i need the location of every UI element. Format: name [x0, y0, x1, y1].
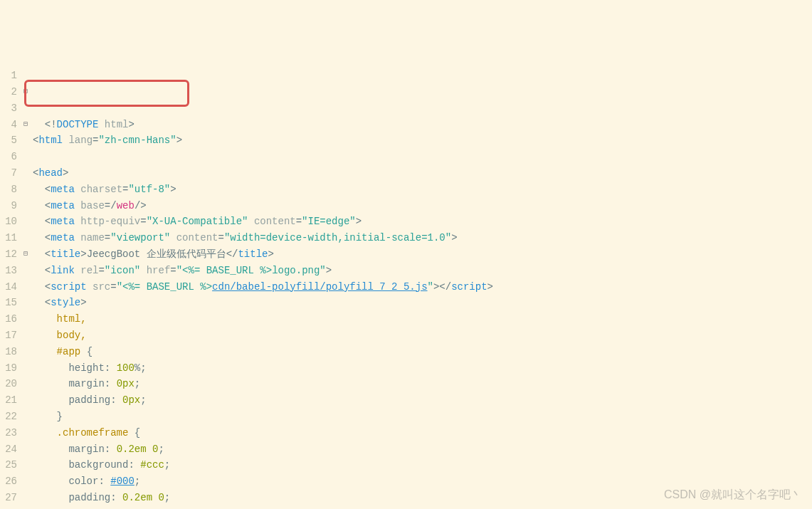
line-number: 2	[0, 84, 17, 100]
code-line[interactable]: <meta base=/web/>	[33, 198, 812, 214]
code-line[interactable]: body,	[33, 327, 812, 344]
line-number: 16	[0, 311, 17, 327]
line-number: 11	[0, 230, 17, 246]
line-number: 28	[0, 506, 17, 509]
line-number: 21	[0, 392, 17, 409]
line-number: 9	[0, 198, 17, 214]
code-line[interactable]: }	[33, 506, 812, 509]
line-number: 8	[0, 182, 17, 198]
line-number: 24	[0, 441, 17, 458]
line-number: 6	[0, 149, 17, 165]
line-number: 18	[0, 344, 17, 360]
code-line[interactable]: <html lang="zh-cmn-Hans">	[33, 132, 812, 149]
line-number: 7	[0, 165, 17, 182]
code-line[interactable]: .chromeframe {	[33, 425, 812, 441]
line-number: 1	[0, 68, 17, 84]
fold-column: ⊟⊟⊟	[21, 65, 30, 509]
line-number-gutter: 1234567891011121314151617181920212223242…	[0, 65, 21, 509]
code-line[interactable]: html,	[33, 311, 812, 327]
code-editor: 1234567891011121314151617181920212223242…	[0, 65, 812, 509]
fold-toggle-icon[interactable]: ⊟	[21, 117, 30, 133]
code-line[interactable]: color: #000;	[33, 473, 812, 490]
code-line[interactable]: <style>	[33, 295, 812, 311]
code-area[interactable]: <!DOCTYPE html><html lang="zh-cmn-Hans">…	[30, 65, 812, 509]
line-number: 15	[0, 295, 17, 311]
line-number: 19	[0, 360, 17, 377]
line-number: 17	[0, 327, 17, 344]
code-line[interactable]: background: #ccc;	[33, 457, 812, 473]
code-line[interactable]: padding: 0.2em 0;	[33, 490, 812, 506]
code-line[interactable]: <title>JeecgBoot 企业级低代码平台</title>	[33, 246, 812, 263]
line-number: 22	[0, 409, 17, 425]
line-number: 25	[0, 457, 17, 473]
line-number: 10	[0, 214, 17, 230]
code-line[interactable]: margin: 0px;	[33, 376, 812, 392]
code-line[interactable]: <meta name="viewport" content="width=dev…	[33, 230, 812, 246]
line-number: 4	[0, 117, 17, 133]
code-line[interactable]: <!DOCTYPE html>	[33, 117, 812, 133]
line-number: 27	[0, 490, 17, 506]
line-number: 23	[0, 425, 17, 441]
fold-toggle-icon[interactable]: ⊟	[21, 84, 30, 100]
line-number: 13	[0, 263, 17, 279]
code-line[interactable]: <meta http-equiv="X-UA-Compatible" conte…	[33, 214, 812, 230]
code-line[interactable]: margin: 0.2em 0;	[33, 441, 812, 458]
code-line[interactable]: #app {	[33, 344, 812, 360]
code-line[interactable]	[33, 149, 812, 165]
code-line[interactable]: padding: 0px;	[33, 392, 812, 409]
line-number: 3	[0, 100, 17, 117]
line-number: 20	[0, 376, 17, 392]
code-line[interactable]: }	[33, 409, 812, 425]
line-number: 12	[0, 246, 17, 263]
code-line[interactable]: <link rel="icon" href="<%= BASE_URL %>lo…	[33, 263, 812, 279]
code-line[interactable]: <meta charset="utf-8">	[33, 182, 812, 198]
fold-toggle-icon[interactable]: ⊟	[21, 246, 30, 263]
code-line[interactable]: <script src="<%= BASE_URL %>cdn/babel-po…	[33, 279, 812, 295]
line-number: 5	[0, 132, 17, 149]
line-number: 14	[0, 279, 17, 295]
code-line[interactable]: height: 100%;	[33, 360, 812, 377]
line-number: 26	[0, 473, 17, 490]
code-line[interactable]: <head>	[33, 165, 812, 182]
